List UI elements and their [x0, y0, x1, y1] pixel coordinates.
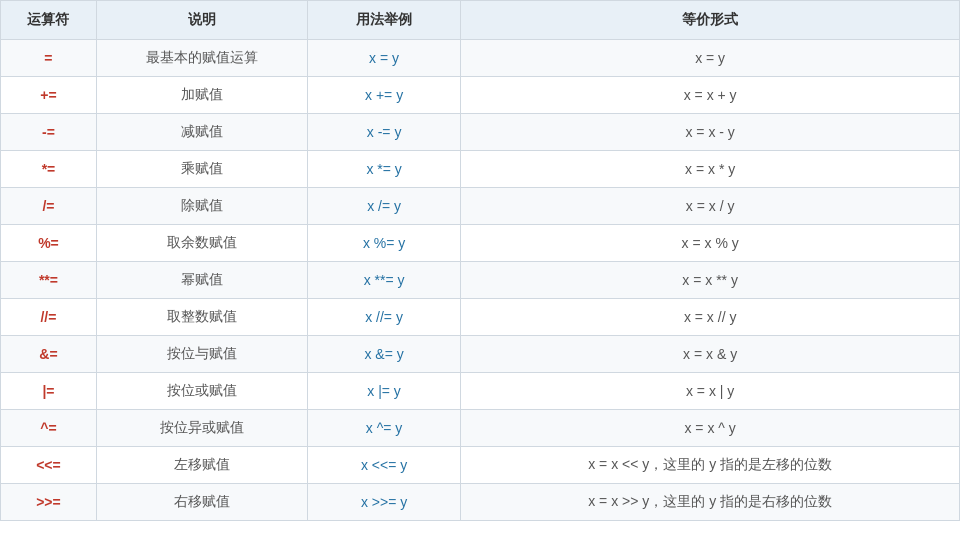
cell-operator: %=	[1, 225, 97, 262]
cell-equivalent: x = x | y	[461, 373, 960, 410]
cell-description: 减赋值	[96, 114, 307, 151]
cell-equivalent: x = x % y	[461, 225, 960, 262]
cell-equivalent: x = x & y	[461, 336, 960, 373]
cell-equivalent: x = x >> y，这里的 y 指的是右移的位数	[461, 484, 960, 521]
cell-operator: =	[1, 40, 97, 77]
table-row: //=取整数赋值x //= yx = x // y	[1, 299, 960, 336]
cell-equivalent: x = x << y，这里的 y 指的是左移的位数	[461, 447, 960, 484]
cell-description: 除赋值	[96, 188, 307, 225]
cell-example: x //= y	[307, 299, 460, 336]
table-row: %=取余数赋值x %= yx = x % y	[1, 225, 960, 262]
cell-description: 幂赋值	[96, 262, 307, 299]
cell-description: 取整数赋值	[96, 299, 307, 336]
cell-description: 右移赋值	[96, 484, 307, 521]
cell-description: 按位异或赋值	[96, 410, 307, 447]
cell-example: x **= y	[307, 262, 460, 299]
cell-operator: /=	[1, 188, 97, 225]
header-equivalent: 等价形式	[461, 1, 960, 40]
cell-description: 最基本的赋值运算	[96, 40, 307, 77]
table-row: /=除赋值x /= yx = x / y	[1, 188, 960, 225]
cell-example: x <<= y	[307, 447, 460, 484]
cell-description: 按位与赋值	[96, 336, 307, 373]
operators-table: 运算符 说明 用法举例 等价形式 =最基本的赋值运算x = yx = y+=加赋…	[0, 0, 960, 521]
cell-description: 按位或赋值	[96, 373, 307, 410]
cell-example: x = y	[307, 40, 460, 77]
cell-operator: **=	[1, 262, 97, 299]
cell-operator: +=	[1, 77, 97, 114]
cell-example: x &= y	[307, 336, 460, 373]
header-example: 用法举例	[307, 1, 460, 40]
cell-example: x *= y	[307, 151, 460, 188]
table-row: +=加赋值x += yx = x + y	[1, 77, 960, 114]
cell-example: x -= y	[307, 114, 460, 151]
table-row: -=减赋值x -= yx = x - y	[1, 114, 960, 151]
table-row: &=按位与赋值x &= yx = x & y	[1, 336, 960, 373]
cell-operator: >>=	[1, 484, 97, 521]
cell-equivalent: x = y	[461, 40, 960, 77]
table-row: >>=右移赋值x >>= yx = x >> y，这里的 y 指的是右移的位数	[1, 484, 960, 521]
cell-equivalent: x = x / y	[461, 188, 960, 225]
cell-example: x >>= y	[307, 484, 460, 521]
header-operator: 运算符	[1, 1, 97, 40]
cell-description: 取余数赋值	[96, 225, 307, 262]
cell-equivalent: x = x // y	[461, 299, 960, 336]
cell-equivalent: x = x + y	[461, 77, 960, 114]
cell-description: 加赋值	[96, 77, 307, 114]
table-row: ^=按位异或赋值x ^= yx = x ^ y	[1, 410, 960, 447]
table-row: **=幂赋值x **= yx = x ** y	[1, 262, 960, 299]
cell-operator: <<=	[1, 447, 97, 484]
main-container: 运算符 说明 用法举例 等价形式 =最基本的赋值运算x = yx = y+=加赋…	[0, 0, 960, 547]
table-header-row: 运算符 说明 用法举例 等价形式	[1, 1, 960, 40]
cell-operator: //=	[1, 299, 97, 336]
cell-operator: ^=	[1, 410, 97, 447]
cell-example: x += y	[307, 77, 460, 114]
cell-operator: *=	[1, 151, 97, 188]
cell-description: 乘赋值	[96, 151, 307, 188]
cell-operator: -=	[1, 114, 97, 151]
table-row: <<=左移赋值x <<= yx = x << y，这里的 y 指的是左移的位数	[1, 447, 960, 484]
table-row: =最基本的赋值运算x = yx = y	[1, 40, 960, 77]
cell-example: x ^= y	[307, 410, 460, 447]
table-row: *=乘赋值x *= yx = x * y	[1, 151, 960, 188]
cell-example: x |= y	[307, 373, 460, 410]
header-description: 说明	[96, 1, 307, 40]
cell-operator: |=	[1, 373, 97, 410]
cell-example: x /= y	[307, 188, 460, 225]
cell-equivalent: x = x * y	[461, 151, 960, 188]
cell-equivalent: x = x - y	[461, 114, 960, 151]
table-row: |=按位或赋值x |= yx = x | y	[1, 373, 960, 410]
cell-description: 左移赋值	[96, 447, 307, 484]
cell-operator: &=	[1, 336, 97, 373]
cell-example: x %= y	[307, 225, 460, 262]
cell-equivalent: x = x ** y	[461, 262, 960, 299]
cell-equivalent: x = x ^ y	[461, 410, 960, 447]
